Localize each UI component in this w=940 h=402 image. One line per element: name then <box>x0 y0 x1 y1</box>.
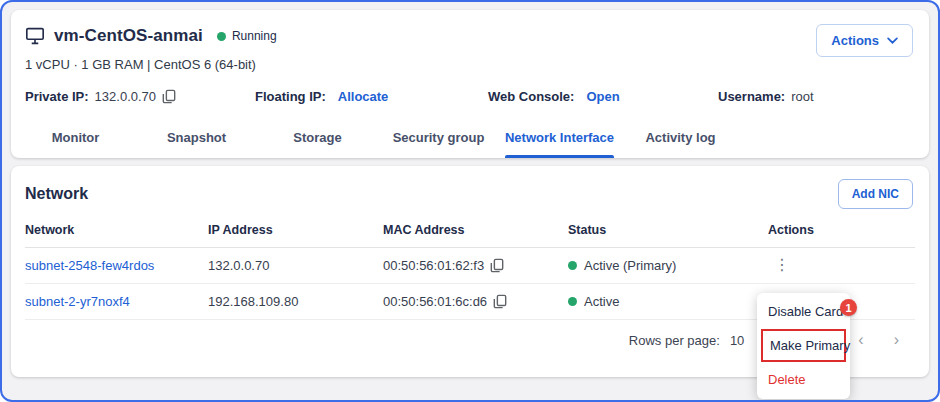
column-mac-address: MAC Address <box>383 217 568 248</box>
allocate-link[interactable]: Allocate <box>338 89 389 104</box>
vm-specs: 1 vCPU · 1 GB RAM | CentOS 6 (64-bit) <box>11 46 929 72</box>
disable-card-label: Disable Card <box>768 304 843 319</box>
subnet-link[interactable]: subnet-2-yr7noxf4 <box>25 294 130 309</box>
table-row: subnet-2548-few4rdos 132.0.0.70 00:50:56… <box>25 248 915 284</box>
username-field: Username:root <box>718 89 929 104</box>
tab-snapshot[interactable]: Snapshot <box>136 124 257 158</box>
menu-item-delete[interactable]: Delete <box>757 364 850 395</box>
actions-button[interactable]: Actions <box>816 24 913 57</box>
active-status-dot <box>568 297 577 306</box>
mac-address-value: 00:50:56:01:62:f3 <box>383 258 484 273</box>
annotation-badge: 1 <box>840 299 857 316</box>
chevron-down-icon <box>887 37 898 44</box>
vm-tabs: Monitor Snapshot Storage Security group … <box>15 124 929 158</box>
private-ip-value: 132.0.0.70 <box>95 89 156 104</box>
subnet-link[interactable]: subnet-2548-few4rdos <box>25 258 154 273</box>
floating-ip-label: Floating IP: <box>255 89 326 104</box>
web-console-label: Web Console: <box>488 89 574 104</box>
private-ip-label: Private IP: <box>25 89 89 104</box>
username-label: Username: <box>718 89 785 104</box>
floating-ip-field: Floating IP:Allocate <box>255 89 488 104</box>
running-status-dot <box>217 32 226 41</box>
network-card-header: Network Add NIC <box>11 166 929 217</box>
tab-activity-log[interactable]: Activity log <box>620 124 741 158</box>
chevron-left-icon[interactable]: ‹ <box>858 332 863 348</box>
row-actions-kebab-icon[interactable]: ⋮ <box>768 260 796 270</box>
status-label: Active (Primary) <box>584 258 676 273</box>
running-status-label: Running <box>232 29 277 43</box>
title-row: vm-CentOS-anmai Running Actions <box>11 10 929 46</box>
column-status: Status <box>568 217 768 248</box>
vm-title: vm-CentOS-anmai <box>54 26 203 46</box>
nic-table-header-row: Network IP Address MAC Address Status Ac… <box>25 217 915 248</box>
vm-info-row: Private IP:132.0.0.70 Floating IP:Alloca… <box>11 72 929 104</box>
ip-address-value: 132.0.0.70 <box>208 258 269 273</box>
mac-address-value: 00:50:56:01:6c:d6 <box>383 294 487 309</box>
web-console-field: Web Console:Open <box>488 89 718 104</box>
nic-context-menu: Disable Card 1 Make Primary Delete <box>757 293 850 399</box>
copy-icon[interactable] <box>162 89 176 104</box>
network-heading: Network <box>25 185 88 203</box>
open-console-link[interactable]: Open <box>586 89 619 104</box>
menu-item-disable-card[interactable]: Disable Card 1 <box>757 296 850 327</box>
add-nic-button[interactable]: Add NIC <box>838 179 913 209</box>
rows-per-page-label: Rows per page: <box>629 333 720 348</box>
tab-storage[interactable]: Storage <box>257 124 378 158</box>
tab-security-group[interactable]: Security group <box>378 124 499 158</box>
copy-icon[interactable] <box>490 258 504 273</box>
vm-status: Running <box>217 29 277 43</box>
active-status-dot <box>568 261 577 270</box>
copy-icon[interactable] <box>493 294 507 309</box>
rows-per-page-value[interactable]: 10 <box>730 333 744 348</box>
column-network: Network <box>25 217 208 248</box>
ip-address-value: 192.168.109.80 <box>208 294 298 309</box>
username-value: root <box>791 89 813 104</box>
tab-monitor[interactable]: Monitor <box>15 124 136 158</box>
column-actions: Actions <box>768 217 915 248</box>
status-label: Active <box>584 294 619 309</box>
vm-header-card: vm-CentOS-anmai Running Actions 1 vCPU ·… <box>11 10 929 158</box>
actions-button-label: Actions <box>831 33 879 48</box>
annotation-highlight-box: Make Primary <box>761 329 846 362</box>
monitor-icon <box>25 27 45 45</box>
vm-detail-window: vm-CentOS-anmai Running Actions 1 vCPU ·… <box>0 0 940 402</box>
menu-item-make-primary[interactable]: Make Primary <box>763 331 844 360</box>
column-ip-address: IP Address <box>208 217 383 248</box>
tab-network-interface[interactable]: Network Interface <box>499 124 620 158</box>
chevron-right-icon[interactable]: › <box>894 332 899 348</box>
private-ip-field: Private IP:132.0.0.70 <box>25 89 255 104</box>
